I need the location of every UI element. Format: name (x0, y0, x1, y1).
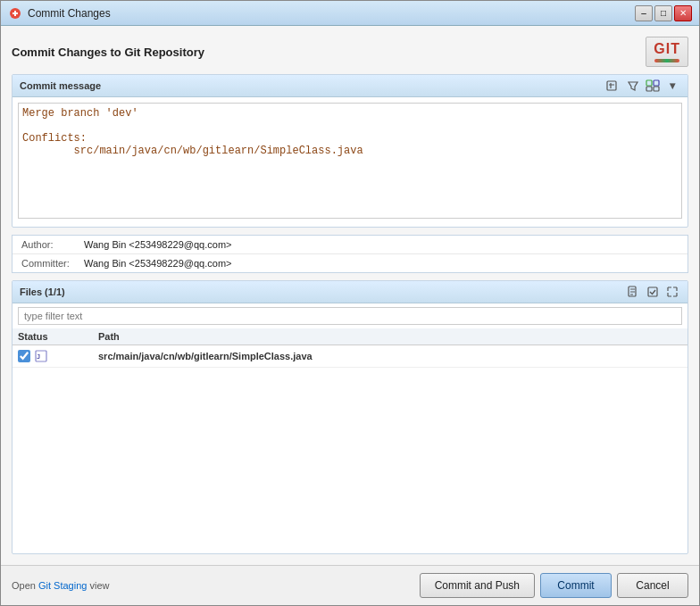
git-logo-bar (654, 59, 679, 62)
dropdown-icon[interactable]: ▾ (664, 79, 680, 93)
commit-and-push-button[interactable]: Commit and Push (420, 573, 535, 598)
svg-rect-4 (646, 87, 652, 91)
author-label: Author: (21, 239, 84, 250)
svg-rect-1 (607, 81, 616, 90)
footer: Open Git Staging view Commit and Push Co… (1, 565, 699, 605)
col-path-header: Path (98, 331, 682, 342)
table-header: Status Path (12, 328, 688, 345)
author-row: Author: Wang Bin <253498229@qq.com> (12, 236, 688, 254)
window-icon (8, 6, 22, 21)
title-bar-text: Commit Changes (28, 7, 635, 20)
committer-value: Wang Bin <253498229@qq.com> (84, 258, 231, 269)
svg-text:J: J (37, 353, 40, 361)
footer-prefix: Open (12, 580, 38, 591)
git-logo: GIT (646, 37, 688, 67)
meta-section: Author: Wang Bin <253498229@qq.com> Comm… (12, 235, 688, 273)
committer-label: Committer: (21, 258, 84, 269)
spell-check-icon[interactable] (605, 79, 621, 93)
files-label: Files (1/1) (20, 286, 65, 297)
files-section: Files (1/1) (12, 280, 688, 554)
footer-left: Open Git Staging view (12, 580, 420, 591)
author-value: Wang Bin <253498229@qq.com> (84, 239, 231, 250)
commit-message-section: Commit message (12, 74, 688, 228)
title-bar: Commit Changes – □ ✕ (1, 1, 699, 26)
file-path: src/main/java/cn/wb/gitlearn/SimpleClass… (98, 351, 682, 361)
files-table: Status Path J src/main/java/cn/wb/gitl (12, 328, 688, 553)
page-title: Commit Changes to Git Repository (12, 46, 204, 59)
filter-input[interactable] (18, 307, 682, 325)
settings-icon[interactable] (645, 79, 661, 93)
minimize-button[interactable]: – (635, 5, 653, 21)
java-file-icon: J (34, 349, 48, 363)
maximize-button[interactable]: □ (654, 5, 672, 21)
footer-suffix: view (87, 580, 109, 591)
svg-rect-7 (648, 287, 657, 296)
commit-message-area: Merge branch 'dev' Conflicts: src/main/j… (12, 97, 688, 227)
expand-icon[interactable] (664, 285, 680, 299)
git-staging-link[interactable]: Git Staging (38, 580, 87, 591)
filter-icon[interactable] (625, 79, 641, 93)
file-checkbox[interactable] (18, 350, 30, 362)
file-view-icon[interactable] (625, 285, 641, 299)
cancel-button[interactable]: Cancel (617, 573, 688, 598)
check-all-icon[interactable] (645, 285, 661, 299)
files-toolbar-icons (625, 285, 680, 299)
svg-rect-5 (654, 87, 659, 91)
commit-message-header: Commit message (12, 75, 688, 97)
commit-message-label: Commit message (20, 80, 101, 91)
files-header: Files (1/1) (12, 281, 688, 303)
content-area: Commit Changes to Git Repository GIT Com… (1, 26, 699, 565)
commit-message-input[interactable]: Merge branch 'dev' Conflicts: src/main/j… (18, 103, 682, 219)
commit-button[interactable]: Commit (540, 573, 612, 598)
table-row: J src/main/java/cn/wb/gitlearn/SimpleCla… (12, 345, 688, 368)
footer-buttons: Commit and Push Commit Cancel (420, 573, 688, 598)
commit-changes-window: Commit Changes – □ ✕ Commit Changes to G… (0, 0, 700, 606)
title-bar-buttons: – □ ✕ (635, 5, 692, 21)
svg-rect-2 (646, 80, 652, 86)
committer-row: Committer: Wang Bin <253498229@qq.com> (12, 254, 688, 272)
close-button[interactable]: ✕ (674, 5, 692, 21)
file-status-cell: J (18, 349, 98, 363)
svg-rect-3 (654, 80, 659, 86)
page-title-row: Commit Changes to Git Repository GIT (12, 37, 688, 67)
message-toolbar-icons: ▾ (605, 79, 680, 93)
col-status-header: Status (18, 331, 98, 342)
